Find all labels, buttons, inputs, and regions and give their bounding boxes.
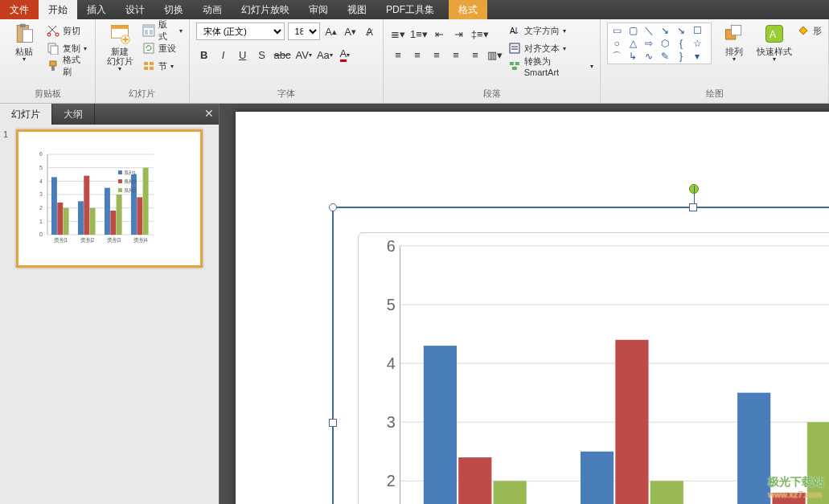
- underline-button[interactable]: U: [235, 47, 251, 63]
- align-text-icon: [508, 42, 521, 55]
- shape-fill-button[interactable]: 形: [797, 23, 822, 39]
- resize-handle-n[interactable]: [689, 203, 697, 211]
- thumbnail-list[interactable]: 1 0123456类别1类别2类别3类别4系列1系列2系列3: [0, 125, 219, 504]
- tab-insert[interactable]: 插入: [77, 0, 116, 19]
- shape-curve-icon[interactable]: ∿: [642, 51, 656, 62]
- svg-text:5: 5: [387, 296, 396, 313]
- shape-arrowr-icon[interactable]: ⇨: [642, 38, 656, 49]
- cut-button[interactable]: 剪切: [47, 23, 89, 39]
- slide-canvas[interactable]: 0123456: [236, 112, 829, 504]
- slide-editor[interactable]: 0123456 极光下载站 www.xz7.com: [220, 104, 829, 504]
- reset-button[interactable]: 重设: [142, 40, 183, 56]
- text-direction-button[interactable]: A文字方向▾: [508, 23, 593, 39]
- thumbnail-slide[interactable]: 0123456类别1类别2类别3类别4系列1系列2系列3: [16, 129, 203, 268]
- change-case-button[interactable]: Aa▾: [316, 47, 334, 63]
- format-painter-button[interactable]: 格式刷: [47, 58, 89, 74]
- panel-close-button[interactable]: ✕: [204, 107, 214, 120]
- panel-tab-slides[interactable]: 幻灯片: [0, 104, 52, 125]
- tab-review[interactable]: 审阅: [299, 0, 338, 19]
- spacing-button[interactable]: AV▾: [295, 47, 313, 63]
- shadow-button[interactable]: S: [254, 47, 270, 63]
- chart-plot: 0123456: [359, 233, 829, 504]
- chart-object[interactable]: 0123456: [332, 207, 829, 504]
- svg-text:4: 4: [39, 178, 43, 184]
- paste-button[interactable]: 粘贴 ▾: [6, 23, 42, 64]
- shrink-font-button[interactable]: A▾: [343, 23, 359, 39]
- shape-conn-icon[interactable]: ↳: [626, 51, 640, 62]
- svg-rect-87: [581, 452, 614, 504]
- shape-tri-icon[interactable]: △: [626, 38, 640, 49]
- clear-format-button[interactable]: A̷: [362, 23, 378, 39]
- tab-format[interactable]: 格式: [449, 0, 487, 19]
- shape-arc-icon[interactable]: ⌒: [609, 51, 624, 62]
- shape-gallery[interactable]: ▭▢＼↘↘☐ ○△⇨⬡{☆ ⌒↳∿✎}▾: [607, 23, 712, 64]
- font-name-select[interactable]: 宋体 (正文): [196, 23, 285, 40]
- bullets-button[interactable]: ≣▾: [390, 26, 406, 42]
- tab-pdf[interactable]: PDF工具集: [376, 0, 444, 19]
- align-text-button[interactable]: 对齐文本▾: [508, 40, 593, 56]
- svg-text:4: 4: [387, 354, 396, 372]
- group-slides: 新建 幻灯片 ▾ 版式▾ 重设 节▾ 幻灯片: [96, 19, 189, 103]
- svg-point-4: [55, 33, 59, 36]
- section-button[interactable]: 节▾: [142, 58, 183, 74]
- shape-hex-icon[interactable]: ⬡: [658, 38, 672, 49]
- align-right-button[interactable]: ≡: [429, 47, 445, 63]
- thumbnail-number: 1: [3, 129, 13, 268]
- svg-text:1: 1: [39, 219, 43, 224]
- arrange-button[interactable]: 排列▾: [716, 23, 752, 64]
- align-left-button[interactable]: ≡: [390, 47, 406, 63]
- shape-more-icon[interactable]: ▾: [690, 51, 704, 62]
- distribute-button[interactable]: ≡: [467, 47, 483, 63]
- svg-text:类别2: 类别2: [80, 237, 95, 243]
- tab-slideshow[interactable]: 幻灯片放映: [232, 0, 299, 19]
- columns-button[interactable]: ▥▾: [486, 47, 503, 63]
- new-slide-button[interactable]: 新建 幻灯片 ▾: [102, 23, 137, 73]
- svg-text:6: 6: [387, 237, 396, 255]
- shape-circle-icon[interactable]: ○: [609, 38, 624, 49]
- svg-rect-20: [150, 67, 154, 70]
- layout-button[interactable]: 版式▾: [142, 23, 183, 39]
- scissors-icon: [47, 24, 60, 37]
- quick-style-button[interactable]: A 快速样式▾: [757, 23, 792, 64]
- line-spacing-button[interactable]: ‡≡▾: [470, 26, 490, 42]
- shape-line-icon[interactable]: ＼: [642, 25, 656, 36]
- svg-rect-13: [143, 25, 154, 28]
- shape-rrect-icon[interactable]: ▢: [626, 25, 640, 36]
- resize-handle-w[interactable]: [329, 419, 337, 427]
- tab-design[interactable]: 设计: [116, 0, 154, 19]
- thumbnail-chart: 0123456类别1类别2类别3类别4系列1系列2系列3: [33, 151, 194, 248]
- indent-dec-button[interactable]: ⇤: [432, 26, 448, 42]
- tab-animation[interactable]: 动画: [193, 0, 232, 19]
- shape-lline2-icon[interactable]: ↘: [674, 25, 688, 36]
- shape-star-icon[interactable]: ☆: [690, 38, 704, 49]
- thumbnail-item[interactable]: 1 0123456类别1类别2类别3类别4系列1系列2系列3: [3, 129, 215, 268]
- shape-free-icon[interactable]: ✎: [658, 51, 672, 62]
- smartart-button[interactable]: 转换为 SmartArt▾: [508, 58, 593, 74]
- bold-button[interactable]: B: [196, 47, 212, 63]
- justify-button[interactable]: ≡: [448, 47, 464, 63]
- font-color-button[interactable]: A▾: [337, 47, 353, 63]
- shape-brace-icon[interactable]: {: [674, 38, 688, 49]
- svg-rect-8: [51, 66, 55, 71]
- svg-rect-47: [51, 177, 57, 235]
- align-center-button[interactable]: ≡: [409, 47, 425, 63]
- italic-button[interactable]: I: [215, 47, 232, 63]
- justify-icon: ≡: [453, 49, 459, 61]
- resize-handle-nw[interactable]: [329, 203, 337, 211]
- font-size-select[interactable]: 18: [288, 23, 320, 40]
- shape-rect-icon[interactable]: ▭: [609, 25, 624, 36]
- svg-rect-92: [807, 422, 829, 504]
- shape-lline-icon[interactable]: ↘: [658, 25, 672, 36]
- grow-font-button[interactable]: A▴: [323, 23, 339, 39]
- panel-tab-outline[interactable]: 大纲: [52, 104, 95, 125]
- indent-inc-button[interactable]: ⇥: [451, 26, 467, 42]
- shape-brace2-icon[interactable]: }: [674, 51, 688, 62]
- tab-home[interactable]: 开始: [39, 0, 77, 19]
- tab-view[interactable]: 视图: [338, 0, 376, 19]
- numbering-button[interactable]: 1≡▾: [409, 26, 429, 42]
- tab-file[interactable]: 文件: [0, 0, 39, 19]
- strike-button[interactable]: abc: [273, 47, 292, 63]
- tab-transition[interactable]: 切换: [154, 0, 193, 19]
- shape-square-icon[interactable]: ☐: [690, 25, 704, 36]
- svg-rect-29: [732, 26, 741, 35]
